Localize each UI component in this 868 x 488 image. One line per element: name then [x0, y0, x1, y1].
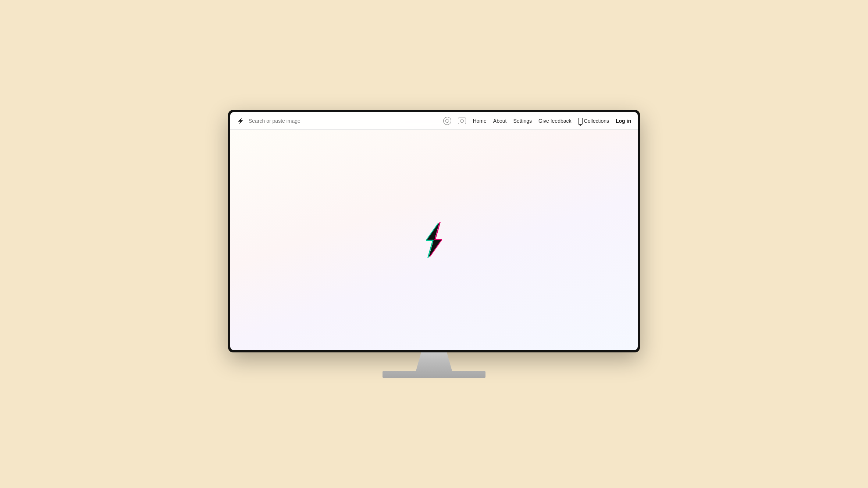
bolt-logo — [421, 222, 447, 258]
logo-icon — [237, 117, 244, 125]
nav-collections-wrapper[interactable]: Collections — [578, 118, 609, 124]
nav-collections[interactable]: Collections — [584, 118, 609, 124]
nav-home[interactable]: Home — [473, 118, 486, 124]
camera-icon[interactable] — [458, 118, 466, 124]
nav-give-feedback[interactable]: Give feedback — [538, 118, 572, 124]
monitor-stand-base — [383, 371, 485, 378]
screen: Home About Settings Give feedback Collec… — [230, 112, 638, 350]
bolt-layer-main — [421, 222, 447, 258]
sync-icon[interactable] — [443, 117, 451, 125]
center-logo — [421, 222, 447, 258]
search-area[interactable] — [249, 118, 439, 124]
navbar: Home About Settings Give feedback Collec… — [230, 112, 638, 130]
monitor: Home About Settings Give feedback Collec… — [228, 110, 640, 352]
main-content — [230, 130, 638, 350]
nav-settings[interactable]: Settings — [513, 118, 532, 124]
nav-right: Home About Settings Give feedback Collec… — [443, 117, 631, 125]
bookmark-icon — [578, 118, 583, 124]
nav-login[interactable]: Log in — [616, 118, 631, 124]
monitor-wrapper: Home About Settings Give feedback Collec… — [228, 110, 640, 378]
nav-about[interactable]: About — [493, 118, 507, 124]
search-input[interactable] — [249, 118, 439, 124]
monitor-stand-neck — [408, 352, 460, 371]
